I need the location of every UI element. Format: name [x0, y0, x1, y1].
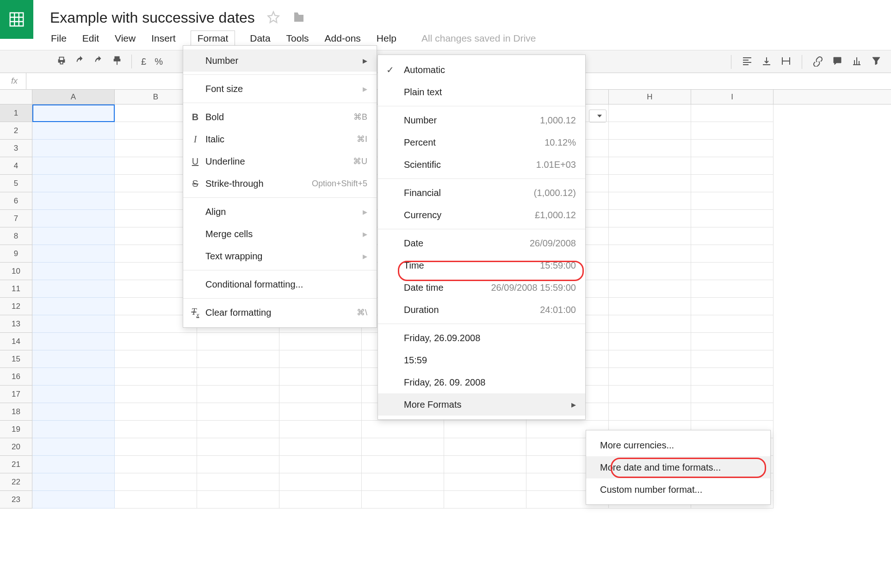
- row-header[interactable]: 22: [0, 473, 32, 491]
- cell[interactable]: [691, 175, 773, 192]
- row-header[interactable]: 10: [0, 263, 32, 280]
- chart-icon[interactable]: [851, 55, 862, 69]
- menu-help[interactable]: Help: [376, 31, 397, 46]
- cell[interactable]: [197, 333, 279, 350]
- document-title[interactable]: Example with successive dates: [50, 9, 255, 26]
- menu-addons[interactable]: Add-ons: [324, 31, 362, 46]
- format-merge[interactable]: Merge cells▸: [183, 223, 377, 245]
- cell[interactable]: [691, 368, 773, 386]
- cell[interactable]: [32, 140, 115, 157]
- cell[interactable]: [609, 245, 691, 263]
- cell[interactable]: [609, 122, 691, 140]
- row-header[interactable]: 7: [0, 210, 32, 227]
- cell[interactable]: [32, 192, 115, 210]
- cell[interactable]: [279, 403, 362, 421]
- cell[interactable]: [362, 456, 444, 473]
- row-header[interactable]: 21: [0, 456, 32, 473]
- cell[interactable]: [444, 456, 526, 473]
- cell[interactable]: [32, 245, 115, 263]
- print-icon[interactable]: [56, 55, 67, 68]
- cell[interactable]: [32, 210, 115, 227]
- format-underline[interactable]: UUnderline⌘U: [183, 150, 377, 172]
- number-number[interactable]: Number1,000.12: [378, 109, 585, 131]
- cell[interactable]: [609, 368, 691, 386]
- cell[interactable]: [32, 403, 115, 421]
- menu-view[interactable]: View: [114, 31, 136, 46]
- row-header[interactable]: 3: [0, 140, 32, 157]
- row-header[interactable]: 2: [0, 122, 32, 140]
- cell[interactable]: [32, 456, 115, 473]
- cell[interactable]: [444, 421, 526, 438]
- row-header[interactable]: 13: [0, 315, 32, 333]
- cell[interactable]: [115, 386, 197, 403]
- row-header[interactable]: 6: [0, 192, 32, 210]
- cell[interactable]: [32, 350, 115, 368]
- cell[interactable]: [609, 298, 691, 315]
- cell[interactable]: [197, 456, 279, 473]
- cell[interactable]: [32, 263, 115, 280]
- cell[interactable]: [197, 403, 279, 421]
- number-custom1[interactable]: Friday, 26.09.2008: [378, 327, 585, 349]
- undo-icon[interactable]: [75, 55, 85, 68]
- currency-button[interactable]: £: [141, 56, 146, 67]
- cell[interactable]: [609, 386, 691, 403]
- cell[interactable]: [279, 456, 362, 473]
- format-wrap[interactable]: Text wrapping▸: [183, 245, 377, 267]
- more-datetime-formats[interactable]: More date and time formats...: [586, 456, 770, 478]
- cell[interactable]: [691, 315, 773, 333]
- cell[interactable]: [444, 473, 526, 491]
- cell[interactable]: [32, 315, 115, 333]
- number-custom2[interactable]: 15:59: [378, 349, 585, 371]
- halign-icon[interactable]: [742, 55, 753, 69]
- number-duration[interactable]: Duration24:01:00: [378, 299, 585, 321]
- column-header-I[interactable]: I: [691, 90, 773, 104]
- menu-tools[interactable]: Tools: [285, 31, 310, 46]
- row-header[interactable]: 20: [0, 438, 32, 456]
- cell[interactable]: [362, 473, 444, 491]
- comment-icon[interactable]: [832, 55, 843, 69]
- column-header-H[interactable]: H: [609, 90, 691, 104]
- cell[interactable]: [279, 491, 362, 508]
- cell[interactable]: [32, 227, 115, 245]
- row-header[interactable]: 17: [0, 386, 32, 403]
- cell[interactable]: [32, 280, 115, 298]
- star-icon[interactable]: [267, 11, 280, 25]
- number-automatic[interactable]: ✓Automatic: [378, 59, 585, 81]
- cell[interactable]: [32, 122, 115, 140]
- more-currencies[interactable]: More currencies...: [586, 434, 770, 456]
- number-time[interactable]: Time15:59:00: [378, 254, 585, 276]
- cell[interactable]: [32, 473, 115, 491]
- redo-icon[interactable]: [93, 55, 104, 68]
- cell[interactable]: [691, 403, 773, 421]
- cell[interactable]: [691, 104, 773, 122]
- cell[interactable]: [362, 421, 444, 438]
- custom-number-format[interactable]: Custom number format...: [586, 478, 770, 501]
- column-header-A[interactable]: A: [32, 90, 115, 104]
- format-number[interactable]: Number▸: [183, 49, 377, 72]
- cell[interactable]: [115, 491, 197, 508]
- cell[interactable]: [691, 245, 773, 263]
- cell[interactable]: [279, 350, 362, 368]
- row-header[interactable]: 5: [0, 175, 32, 192]
- cell[interactable]: [32, 104, 115, 122]
- valign-icon[interactable]: [761, 55, 772, 69]
- cell[interactable]: [691, 192, 773, 210]
- cell[interactable]: [691, 210, 773, 227]
- menu-file[interactable]: File: [50, 31, 68, 46]
- cell[interactable]: [609, 280, 691, 298]
- cell[interactable]: [279, 386, 362, 403]
- cell[interactable]: [115, 333, 197, 350]
- cell[interactable]: [115, 368, 197, 386]
- format-font-size[interactable]: Font size▸: [183, 78, 377, 100]
- cell[interactable]: [197, 438, 279, 456]
- row-header[interactable]: 12: [0, 298, 32, 315]
- cell[interactable]: [609, 175, 691, 192]
- cell[interactable]: [691, 140, 773, 157]
- cell[interactable]: [609, 350, 691, 368]
- cell[interactable]: [362, 491, 444, 508]
- cell[interactable]: [279, 421, 362, 438]
- cell[interactable]: [609, 192, 691, 210]
- cell[interactable]: [691, 350, 773, 368]
- cell[interactable]: [32, 386, 115, 403]
- cell[interactable]: [691, 122, 773, 140]
